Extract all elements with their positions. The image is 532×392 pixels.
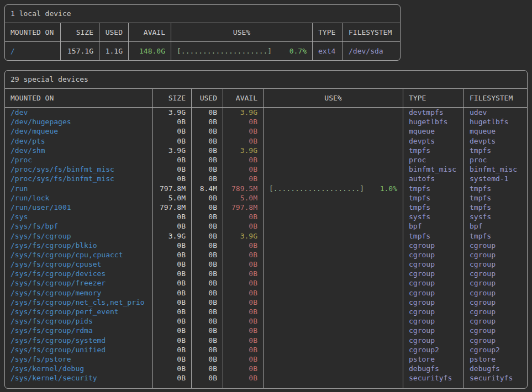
used-cell: 0B bbox=[192, 174, 223, 183]
used-cell: 0B bbox=[192, 336, 223, 345]
filesystem-cell: udev bbox=[464, 108, 527, 117]
used-cell: 0B bbox=[192, 298, 223, 307]
mounted-on-cell: / bbox=[5, 42, 61, 60]
avail-cell: 0B bbox=[223, 307, 264, 316]
mounted-on-cell: /sys/fs/cgroup/systemd bbox=[5, 336, 153, 345]
size-cell: 0B bbox=[153, 288, 192, 298]
size-cell: 0B bbox=[153, 307, 192, 316]
local-devices-table: 1 local device MOUNTED ONSIZEUSEDAVAILUS… bbox=[4, 4, 401, 61]
use-percent-cell bbox=[264, 326, 403, 335]
filesystem-cell: devpts bbox=[464, 136, 527, 146]
size-cell: 0B bbox=[153, 316, 192, 326]
avail-cell: 0B bbox=[223, 336, 264, 345]
type-cell: devtmpfs bbox=[403, 108, 464, 117]
filesystem-cell: mqueue bbox=[464, 126, 527, 136]
size-cell: 797.8M bbox=[153, 184, 192, 193]
size-cell: 0B bbox=[153, 326, 192, 335]
special-devices-table: 29 special devices MOUNTED ONSIZEUSEDAVA… bbox=[4, 70, 528, 389]
table-row: /sys/fs/cgroup/rdma0B0B0Bcgroupcgroup bbox=[5, 326, 527, 335]
size-cell: 0B bbox=[153, 212, 192, 221]
table-row: /run/user/1001797.8M0B797.8Mtmpfstmpfs bbox=[5, 203, 527, 212]
mounted-on-cell: /sys/fs/cgroup/net_cls,net_prio bbox=[5, 298, 153, 307]
size-cell: 0B bbox=[153, 354, 192, 364]
use-percent-cell bbox=[264, 155, 403, 165]
use-percent-cell bbox=[264, 241, 403, 250]
mounted-on-cell: /run/user/1001 bbox=[5, 203, 153, 212]
usage-percent: 0.7% bbox=[289, 47, 307, 55]
table-row: /dev/pts0B0B0Bdevptsdevpts bbox=[5, 136, 527, 146]
size-cell: 0B bbox=[153, 126, 192, 136]
use-percent-cell bbox=[264, 146, 403, 155]
used-cell: 0B bbox=[192, 345, 223, 354]
mounted-on-cell: /dev/mqueue bbox=[5, 126, 153, 136]
filesystem-cell: pstore bbox=[464, 354, 527, 364]
filesystem-cell: cgroup2 bbox=[464, 345, 527, 354]
type-cell: debugfs bbox=[403, 364, 464, 373]
filesystem-cell: cgroup bbox=[464, 316, 527, 326]
type-cell: tmpfs bbox=[403, 203, 464, 212]
filesystem-cell: tmpfs bbox=[464, 146, 527, 155]
usage-bar: [....................] bbox=[177, 47, 272, 55]
filler-cell bbox=[264, 383, 403, 388]
mounted-on-cell: /dev/hugepages bbox=[5, 117, 153, 126]
type-cell: proc bbox=[403, 155, 464, 165]
used-cell: 0B bbox=[192, 165, 223, 174]
avail-cell: 0B bbox=[223, 126, 264, 136]
size-cell: 3.9G bbox=[153, 108, 192, 117]
avail-cell: 0B bbox=[223, 155, 264, 165]
column-header-avail: AVAIL bbox=[129, 23, 171, 41]
size-cell: 5.0M bbox=[153, 193, 192, 203]
mounted-on-cell: /run bbox=[5, 184, 153, 193]
table-row: /dev/hugepages0B0B0Bhugetlbfshugetlbfs bbox=[5, 117, 527, 126]
filesystem-cell: cgroup bbox=[464, 269, 527, 278]
mounted-on-cell: /sys/fs/cgroup/blkio bbox=[5, 241, 153, 250]
table-row: /sys/kernel/debug0B0B0Bdebugfsdebugfs bbox=[5, 364, 527, 373]
used-cell: 0B bbox=[192, 117, 223, 126]
mounted-on-cell: /proc/sys/fs/binfmt_misc bbox=[5, 165, 153, 174]
size-cell: 0B bbox=[153, 155, 192, 165]
use-percent-cell bbox=[264, 203, 403, 212]
type-cell: tmpfs bbox=[403, 231, 464, 240]
size-cell: 3.9G bbox=[153, 146, 192, 155]
filesystem-cell: cgroup bbox=[464, 259, 527, 269]
column-header-size: SIZE bbox=[153, 89, 192, 107]
column-header-mounted-on: MOUNTED ON bbox=[5, 89, 153, 107]
mounted-on-cell: /dev bbox=[5, 108, 153, 117]
mounted-on-cell: /dev/shm bbox=[5, 146, 153, 155]
table-row: /sys/kernel/security0B0B0Bsecurityfssecu… bbox=[5, 373, 527, 383]
table-row: /sys/fs/cgroup/blkio0B0B0Bcgroupcgroup bbox=[5, 241, 527, 250]
used-cell: 0B bbox=[192, 108, 223, 117]
mounted-on-cell: /sys/fs/bpf bbox=[5, 221, 153, 231]
use-percent-cell bbox=[264, 221, 403, 231]
avail-cell: 0B bbox=[223, 259, 264, 269]
type-cell: cgroup bbox=[403, 298, 464, 307]
type-cell: sysfs bbox=[403, 212, 464, 221]
used-cell: 0B bbox=[192, 241, 223, 250]
used-cell: 0B bbox=[192, 136, 223, 146]
avail-cell: 0B bbox=[223, 364, 264, 373]
local-devices-table-title: 1 local device bbox=[5, 5, 400, 23]
filesystem-cell: debugfs bbox=[464, 364, 527, 373]
filesystem-cell: cgroup bbox=[464, 298, 527, 307]
use-percent-cell bbox=[264, 165, 403, 174]
column-header-use-: USE% bbox=[171, 23, 313, 41]
size-cell: 3.9G bbox=[153, 231, 192, 240]
size-cell: 0B bbox=[153, 136, 192, 146]
type-cell: bpf bbox=[403, 221, 464, 231]
type-cell: securityfs bbox=[403, 373, 464, 383]
filler-cell bbox=[5, 383, 153, 388]
used-cell: 0B bbox=[192, 146, 223, 155]
size-cell: 0B bbox=[153, 278, 192, 288]
avail-cell: 0B bbox=[223, 288, 264, 298]
mounted-on-cell: /sys/fs/cgroup/unified bbox=[5, 345, 153, 354]
use-percent-cell bbox=[264, 345, 403, 354]
use-percent-cell bbox=[264, 126, 403, 136]
used-cell: 0B bbox=[192, 126, 223, 136]
table-row: /sys/fs/bpf0B0B0Bbpfbpf bbox=[5, 221, 527, 231]
avail-cell: 797.8M bbox=[223, 203, 264, 212]
avail-cell: 148.0G bbox=[129, 42, 171, 60]
type-cell: autofs bbox=[403, 174, 464, 183]
column-header-type: TYPE bbox=[403, 89, 464, 107]
use-percent-cell bbox=[264, 288, 403, 298]
used-cell: 0B bbox=[192, 316, 223, 326]
